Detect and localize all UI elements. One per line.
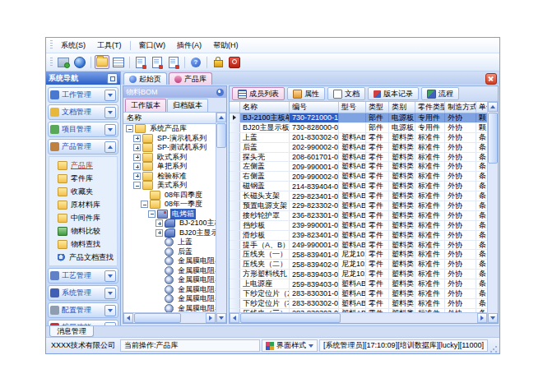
sidebar-group-7[interactable]: SP扩展功能 xyxy=(48,320,118,325)
row-selector[interactable] xyxy=(230,289,240,298)
column-header-0[interactable]: 名称 xyxy=(240,102,290,113)
column-header-6[interactable]: 制造方式 xyxy=(445,102,476,113)
row-selector[interactable] xyxy=(230,162,240,171)
scroll-left-icon[interactable] xyxy=(230,313,239,323)
grid-vertical-scrollbar[interactable] xyxy=(487,102,498,323)
tree-vscroll-thumb[interactable] xyxy=(216,123,226,148)
sidebar-item-2[interactable]: 收藏夹 xyxy=(49,185,117,198)
table-row[interactable]: 探头壳208-601701-01I塑料ABS零件塑料类标准件外协条 xyxy=(230,153,487,163)
member-tab-4[interactable]: 流程 xyxy=(421,87,459,100)
tree-node-11[interactable]: BJ20主显示板 xyxy=(123,228,216,238)
table-row[interactable]: 长磁头支架229-823401-00I塑料ABS零件塑料类标准件外协条 xyxy=(230,191,487,201)
scroll-left-icon[interactable] xyxy=(123,313,133,323)
menu-item-0[interactable]: 系统(S) xyxy=(55,39,91,53)
ui-style-button[interactable]: 界面样式 xyxy=(262,339,318,352)
table-row[interactable]: 上电源座259-839403-00I塑料ABS零件塑料类标准件外协条 xyxy=(230,279,487,289)
tree-vertical-scrollbar[interactable] xyxy=(216,113,226,323)
expand-icon[interactable] xyxy=(133,173,141,180)
tree-horizontal-scrollbar[interactable] xyxy=(123,312,216,323)
row-selector[interactable] xyxy=(230,133,240,142)
scroll-right-icon[interactable] xyxy=(477,313,487,323)
table-row[interactable]: 下纱定位片（右）283-830302-00I塑料ABS零件塑料类标准件外协条 xyxy=(230,299,487,309)
sidebar-item-1[interactable]: 零件库 xyxy=(49,172,117,185)
table-row[interactable]: 挡纱板239-990001-01I塑料ABS零件塑料类标准件外协条 xyxy=(230,221,487,231)
sidebar-group-5[interactable]: 系统管理 xyxy=(48,285,118,301)
row-selector[interactable] xyxy=(230,172,240,181)
member-tab-0[interactable]: 成员列表 xyxy=(232,87,285,100)
expand-icon[interactable] xyxy=(133,135,141,142)
row-selector[interactable] xyxy=(230,279,240,288)
sidebar-item-6[interactable]: 物料查找 xyxy=(49,238,117,251)
sidebar-group-6[interactable]: 配置管理 xyxy=(48,302,118,318)
version-tab-1[interactable]: 归档版本 xyxy=(167,99,208,112)
report-close-icon[interactable] xyxy=(166,55,181,69)
table-row[interactable]: 提手（A、B）249-990001-01I塑料ABS零件塑料类标准件外协条 xyxy=(230,241,487,251)
menu-item-3[interactable]: 插件(A) xyxy=(171,39,207,53)
group-chevron-button[interactable] xyxy=(104,141,116,153)
sidebar-group-3[interactable]: 产品管理 xyxy=(48,139,118,154)
version-tab-0[interactable]: 工作版本 xyxy=(125,99,166,112)
table-row[interactable]: 左侧盖209-990001-01I塑料ABS零件塑料类标准件外协条 xyxy=(230,162,487,172)
column-header-5[interactable]: 零件类型 xyxy=(415,102,445,113)
row-selector[interactable] xyxy=(230,123,240,132)
sidebar-item-3[interactable]: 原材料库 xyxy=(49,198,117,211)
grid-vscroll-thumb[interactable] xyxy=(488,113,498,164)
sidebar-item-0[interactable]: 产品库 xyxy=(49,159,117,172)
report-query-icon[interactable] xyxy=(150,55,165,69)
table-row[interactable]: 滑纱板239-823401-00I塑料ABS零件塑料类标准件外协条 xyxy=(230,231,487,241)
row-selector[interactable] xyxy=(230,143,240,152)
table-row[interactable]: 压线夹（二）258-839402-00I尼龙1010零件塑料类标准件外协条 xyxy=(230,260,487,270)
collapse-icon[interactable] xyxy=(141,201,148,208)
row-selector[interactable] xyxy=(230,250,240,259)
menu-grip-handle[interactable] xyxy=(50,40,53,50)
sidebar-group-0[interactable]: 工作管理 xyxy=(48,87,118,103)
group-chevron-button[interactable] xyxy=(104,288,116,299)
column-header-3[interactable]: 类型 xyxy=(366,102,389,113)
row-selector[interactable] xyxy=(230,191,240,201)
row-selector[interactable] xyxy=(230,182,240,191)
table-row[interactable]: 方形塑料线扎258-839403-00I尼龙1010零件塑料类标准件外协条 xyxy=(230,270,487,279)
menu-item-4[interactable]: 帮助(H) xyxy=(207,39,244,53)
grid-horizontal-scrollbar[interactable] xyxy=(230,312,487,323)
scroll-right-icon[interactable] xyxy=(206,313,216,323)
row-selector[interactable] xyxy=(230,201,240,210)
sidebar-group-2[interactable]: 项目管理 xyxy=(48,122,118,137)
row-selector[interactable] xyxy=(230,211,240,220)
menu-item-1[interactable]: 工具(T) xyxy=(91,39,128,53)
menu-item-2[interactable]: 窗口(W) xyxy=(133,39,172,53)
scroll-down-icon[interactable] xyxy=(216,313,226,323)
group-chevron-button[interactable] xyxy=(104,270,116,282)
column-header-1[interactable]: 编号 xyxy=(290,102,339,113)
tree-column-header[interactable]: 名称 xyxy=(123,113,216,124)
close-icon[interactable] xyxy=(485,73,497,85)
expand-icon[interactable] xyxy=(155,219,163,227)
sidebar-item-7[interactable]: 产品文档查找 xyxy=(49,251,117,264)
toolbar-grip-handle[interactable] xyxy=(50,58,53,67)
row-selector[interactable] xyxy=(230,153,240,162)
scroll-up-icon[interactable] xyxy=(216,113,226,122)
member-tab-1[interactable]: 属性 xyxy=(287,87,325,100)
table-row[interactable]: 下纱定位片（左）283-830301-00I塑料ABS零件塑料类标准件外协条 xyxy=(230,289,487,299)
globe-icon[interactable] xyxy=(72,55,87,69)
grid-view-icon[interactable] xyxy=(111,55,126,69)
table-row[interactable]: 预置电源支架229-823302-00I塑料ABS零件塑料类标准件外协条 xyxy=(230,201,487,211)
tree-hscroll-thumb[interactable] xyxy=(134,313,181,323)
group-chevron-button[interactable] xyxy=(104,107,116,118)
message-panel-tab[interactable]: 消息管理 xyxy=(49,326,94,337)
column-header-2[interactable]: 型号 xyxy=(339,102,366,113)
expand-icon[interactable] xyxy=(155,229,163,237)
pin-icon[interactable] xyxy=(216,89,224,96)
expand-icon[interactable] xyxy=(133,163,141,170)
lock-icon[interactable] xyxy=(211,55,225,69)
table-row[interactable]: BJ-2100主板单点730-721000-12I部件电源板专用件外协颗 xyxy=(230,113,487,123)
expand-icon[interactable] xyxy=(133,154,141,161)
sidebar-pin-icon[interactable] xyxy=(107,73,118,84)
table-row[interactable]: 上盖201-830302-00I塑料ABS零件塑料类标准件外协条 xyxy=(230,133,487,143)
grid-hscroll-thumb[interactable] xyxy=(240,313,341,323)
table-row[interactable]: BJ20主显示板730-828000-04I部件电源板专用件外协颗 xyxy=(230,123,487,133)
row-selector[interactable] xyxy=(230,113,240,122)
collapse-icon[interactable] xyxy=(148,210,155,218)
scroll-up-icon[interactable] xyxy=(488,102,498,112)
group-chevron-button[interactable] xyxy=(104,124,116,136)
row-selector[interactable] xyxy=(230,270,240,279)
